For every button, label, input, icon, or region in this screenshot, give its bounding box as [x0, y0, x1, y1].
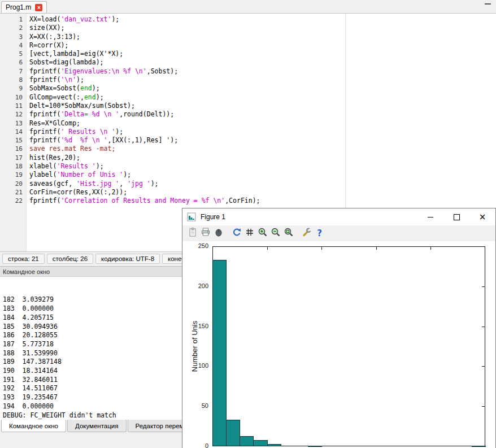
- status-encoding: кодировка: UTF-8: [95, 254, 160, 264]
- y-tick-label: 200: [186, 282, 208, 289]
- figure-close-button[interactable]: ×: [469, 208, 495, 225]
- code-line[interactable]: 17hist(Res,20);: [0, 154, 496, 162]
- code-line[interactable]: 22fprintf('Correlation of Results and Mo…: [0, 197, 496, 205]
- code-text: fprintf('Correlation of Results and Mone…: [27, 197, 260, 205]
- line-number: 20: [0, 180, 27, 188]
- code-line[interactable]: 21CorFin=corr(Res,XX(:,2));: [0, 188, 496, 197]
- code-text: ylabel('Number of Unis ');: [27, 171, 131, 179]
- line-number: 17: [0, 154, 27, 162]
- line-number: 21: [0, 188, 27, 197]
- x-tick-mark: [430, 247, 431, 250]
- tab-close-icon[interactable]: ×: [35, 4, 42, 11]
- pan-button[interactable]: [212, 227, 225, 240]
- y-tick-label: 100: [186, 362, 208, 369]
- figure-app-icon: [187, 212, 196, 221]
- x-tick-mark: [321, 247, 322, 250]
- tab-documentation[interactable]: Документация: [67, 420, 127, 432]
- status-line: строка: 21: [2, 254, 45, 264]
- code-text: fprintf('Eigenvalues:\n %f \n',Sobst);: [27, 67, 178, 76]
- plot-canvas[interactable]: 050100150200250: [182, 241, 495, 448]
- histogram-bar: [267, 444, 281, 446]
- code-line[interactable]: 3X=XX(:,3:13);: [0, 33, 496, 41]
- histogram-bar: [226, 420, 240, 446]
- code-line[interactable]: 16save res.mat Res -mat;: [0, 145, 496, 153]
- figure-window-title: Figure 1: [201, 213, 225, 221]
- code-line[interactable]: 13Res=X*GlComp;: [0, 119, 496, 128]
- code-text: Res=X*GlComp;: [27, 119, 80, 128]
- code-line[interactable]: 7fprintf('Eigenvalues:\n %f \n',Sobst);: [0, 67, 496, 76]
- autoscale-button[interactable]: [282, 227, 295, 240]
- octave-ide-screen: Prog1.m × 1XX=load('dan_vuz.txt');2size(…: [0, 0, 496, 448]
- axis-box: [212, 246, 485, 446]
- y-tick-mark: [213, 246, 216, 247]
- line-number: 16: [0, 145, 27, 153]
- code-line[interactable]: 12fprintf('Delta= %d \n ',round(Delt));: [0, 110, 496, 119]
- y-tick-label: 50: [186, 402, 208, 409]
- code-line[interactable]: 11Delt=100*SobMax/sum(Sobst);: [0, 102, 496, 110]
- clipboard-icon: [188, 227, 198, 240]
- code-lines: 1XX=load('dan_vuz.txt');2size(XX);3X=XX(…: [0, 15, 496, 206]
- histogram-bar: [240, 436, 254, 446]
- y-tick-mark: [482, 246, 485, 247]
- pane-minimize-icon[interactable]: [485, 3, 491, 5]
- code-line[interactable]: 5[vect,lambda]=eig(X'*X);: [0, 50, 496, 58]
- code-line[interactable]: 18xlabel('Results ');: [0, 162, 496, 171]
- figure-minimize-button[interactable]: [417, 208, 443, 225]
- code-line[interactable]: 2size(XX);: [0, 24, 496, 32]
- code-line[interactable]: 14fprintf(' Results \n ');: [0, 128, 496, 136]
- y-tick-mark: [482, 366, 485, 367]
- zoom-in-button[interactable]: [256, 227, 269, 240]
- code-text: fprintf('%d %f \n ',[XX(:,1),Res] ');: [27, 136, 178, 145]
- code-line[interactable]: 8fprintf('\n');: [0, 76, 496, 84]
- pan-icon: [214, 227, 224, 240]
- line-number: 12: [0, 110, 27, 119]
- y-tick-mark: [482, 406, 485, 407]
- help-icon: ?: [317, 228, 322, 238]
- rotate-button[interactable]: [230, 227, 243, 240]
- close-icon: ×: [479, 213, 486, 221]
- printer-icon: [201, 227, 211, 240]
- code-text: fprintf('\n');: [27, 76, 84, 84]
- code-line[interactable]: 9SobMax=Sobst(end);: [0, 84, 496, 93]
- line-number: 6: [0, 58, 27, 67]
- y-tick-mark: [482, 327, 485, 327]
- figure-window[interactable]: Figure 1 × ? Number of Unis 050100150200…: [182, 208, 496, 448]
- zoom-out-button[interactable]: [269, 227, 282, 240]
- editor-tab-label: Prog1.m: [6, 3, 31, 11]
- grid-button[interactable]: [243, 227, 256, 240]
- zoom-in-icon: [258, 227, 268, 240]
- tab-command-window[interactable]: Командное окно: [1, 420, 66, 432]
- editor-tab-bar: Prog1.m ×: [0, 0, 496, 14]
- help-button[interactable]: ?: [313, 227, 326, 240]
- code-line[interactable]: 19ylabel('Number of Unis ');: [0, 171, 496, 179]
- code-text: [vect,lambda]=eig(X'*X);: [27, 50, 123, 58]
- code-line[interactable]: 15fprintf('%d %f \n ',[XX(:,1),Res] ');: [0, 136, 496, 145]
- editor-tab-prog1[interactable]: Prog1.m ×: [1, 1, 47, 13]
- maximize-icon: [454, 214, 460, 220]
- figure-titlebar[interactable]: Figure 1 ×: [182, 208, 495, 225]
- code-text: R=corr(X);: [27, 41, 68, 50]
- status-column: столбец: 26: [47, 254, 93, 264]
- line-number: 1: [0, 15, 27, 24]
- code-text: SobMax=Sobst(end);: [27, 84, 100, 93]
- code-line[interactable]: 4R=corr(X);: [0, 41, 496, 50]
- histogram-bar: [472, 446, 486, 447]
- line-number: 14: [0, 128, 27, 136]
- code-line[interactable]: 1XX=load('dan_vuz.txt');: [0, 15, 496, 24]
- rotate-icon: [232, 227, 242, 240]
- code-line[interactable]: 6Sobst=diag(lambda);: [0, 58, 496, 67]
- code-text: saveas(gcf, 'Hist.jpg ', 'jpg ');: [27, 180, 159, 188]
- y-tick-label: 0: [186, 442, 208, 448]
- code-text: fprintf(' Results \n ');: [27, 128, 123, 136]
- code-text: CorFin=corr(Res,XX(:,2));: [27, 188, 127, 197]
- figure-maximize-button[interactable]: [443, 208, 469, 225]
- histogram-bar: [212, 260, 227, 446]
- axes-settings-button[interactable]: [300, 227, 313, 240]
- code-text: Delt=100*SobMax/sum(Sobst);: [27, 102, 135, 110]
- code-line[interactable]: 10GlComp=vect(:,end);: [0, 93, 496, 102]
- copy-to-clipboard-button[interactable]: [186, 227, 199, 240]
- histogram-bar: [308, 446, 322, 447]
- code-line[interactable]: 20saveas(gcf, 'Hist.jpg ', 'jpg ');: [0, 180, 496, 188]
- x-tick-mark: [376, 247, 377, 250]
- print-button[interactable]: [199, 227, 212, 240]
